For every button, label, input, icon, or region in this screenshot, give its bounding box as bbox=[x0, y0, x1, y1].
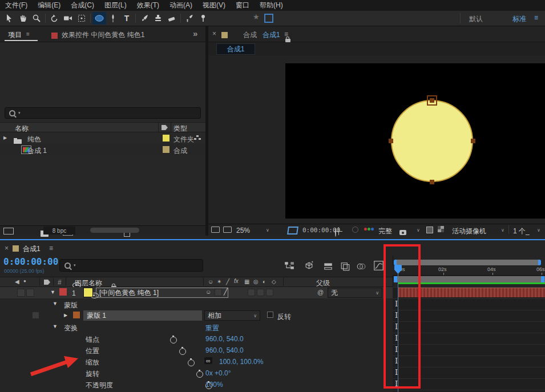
motion-blur-icon[interactable] bbox=[356, 261, 366, 272]
selection-tool[interactable] bbox=[2, 12, 16, 25]
menu-item-window[interactable]: 窗口 bbox=[231, 1, 255, 10]
position-value[interactable]: 960.0, 540.0 bbox=[205, 346, 244, 354]
fast-previews-icon[interactable] bbox=[426, 227, 433, 233]
solo-column-icon[interactable]: ● bbox=[23, 278, 26, 284]
workspace-standard[interactable]: 标准 bbox=[512, 14, 526, 24]
graph-editor-icon[interactable] bbox=[373, 260, 384, 271]
viewer-timecode[interactable]: 0:00:00:00 bbox=[302, 227, 340, 234]
mask-mode-dropdown[interactable]: 相加 ∨ bbox=[204, 310, 260, 321]
parent-dropdown[interactable]: 无 ∨ bbox=[328, 288, 382, 298]
layer-3d-switch[interactable] bbox=[266, 289, 273, 296]
snapshot-icon[interactable] bbox=[399, 230, 406, 235]
layer-shy-switch[interactable]: ☺ bbox=[205, 289, 211, 295]
motion-blur-column-icon[interactable]: ◎ bbox=[253, 278, 259, 285]
layer-motion-blur-switch[interactable] bbox=[257, 289, 264, 296]
rotation-tool[interactable] bbox=[47, 12, 61, 25]
timeline-close-icon[interactable]: × bbox=[5, 244, 9, 252]
transform-group-label[interactable]: 变换 bbox=[64, 324, 78, 333]
label-swatch[interactable] bbox=[163, 146, 169, 153]
project-item-name[interactable]: 纯色 bbox=[27, 135, 41, 144]
stamp-tool[interactable] bbox=[151, 12, 165, 25]
view-layout-caret-icon[interactable]: ∨ bbox=[537, 228, 540, 233]
current-timecode[interactable]: 0:00:00:00 bbox=[3, 256, 58, 267]
cube-3d-column-icon[interactable]: ◇ bbox=[272, 278, 276, 285]
masks-group-label[interactable]: 蒙版 bbox=[64, 301, 78, 310]
camera-view-value[interactable]: 活动摄像机 bbox=[452, 227, 486, 236]
layer-solid-swatch[interactable] bbox=[83, 288, 93, 297]
anchor-point-label[interactable]: 锚点 bbox=[86, 335, 99, 345]
vertex-handle-right[interactable] bbox=[471, 139, 475, 143]
region-of-interest-icon[interactable] bbox=[287, 227, 298, 235]
layer-expand-icon[interactable]: ▼ bbox=[50, 289, 55, 295]
solid-circle-layer[interactable] bbox=[391, 100, 473, 182]
viewer-tab-comp-name[interactable]: 合成1 bbox=[263, 30, 280, 40]
layer-lock-cell[interactable] bbox=[26, 289, 34, 297]
show-snapshot-icon[interactable] bbox=[352, 227, 358, 233]
brush-tool[interactable] bbox=[138, 12, 151, 25]
adjustment-column-icon[interactable]: ◐ bbox=[263, 278, 266, 285]
mask-video-cell[interactable] bbox=[32, 312, 39, 319]
mask1-color-chip[interactable] bbox=[73, 312, 80, 318]
draft-3d-icon[interactable] bbox=[304, 260, 314, 271]
layer-quality-switch[interactable]: ╱ bbox=[224, 288, 228, 296]
label-swatch[interactable] bbox=[163, 135, 169, 142]
resolution-caret-icon[interactable]: ∨ bbox=[417, 228, 420, 233]
work-area-end-handle[interactable] bbox=[541, 276, 544, 282]
project-search-box[interactable]: ▾ bbox=[5, 107, 201, 119]
camera-view-caret-icon[interactable]: ∨ bbox=[501, 228, 504, 233]
magnification-value[interactable]: 25% bbox=[236, 227, 250, 235]
parent-pick-whip-icon[interactable]: @ bbox=[317, 289, 324, 296]
menu-item-layer[interactable]: 图层(L) bbox=[99, 1, 132, 10]
frame-blend-column-icon[interactable]: ▦ bbox=[244, 278, 249, 285]
menu-item-effect[interactable]: 效果(T) bbox=[132, 1, 164, 10]
scale-value[interactable]: 100.0, 100.0% bbox=[219, 358, 263, 366]
more-tabs-icon[interactable]: » bbox=[193, 29, 197, 38]
menu-item-view[interactable]: 视图(V) bbox=[197, 1, 231, 10]
magnification-caret-icon[interactable]: ∨ bbox=[266, 228, 269, 233]
menu-item-help[interactable]: 帮助(H) bbox=[255, 1, 288, 10]
opacity-value[interactable]: 100% bbox=[205, 381, 223, 389]
position-stopwatch-icon[interactable] bbox=[179, 348, 186, 355]
hand-tool[interactable] bbox=[16, 12, 30, 25]
opacity-label[interactable]: 不透明度 bbox=[86, 381, 113, 390]
tab-timeline-comp[interactable]: 合成1 bbox=[23, 244, 41, 254]
pen-tool[interactable] bbox=[106, 12, 120, 25]
tab-project[interactable]: 项目 bbox=[8, 30, 22, 40]
mini-flowchart-icon[interactable] bbox=[284, 261, 294, 271]
viewer-tab-menu-icon[interactable]: ≡ bbox=[284, 30, 288, 38]
mask1-expand-icon[interactable]: ▶ bbox=[64, 313, 67, 318]
quality-column-icon[interactable]: ╱ bbox=[226, 278, 229, 285]
roto-brush-tool[interactable] bbox=[183, 12, 196, 25]
view-layout-value[interactable]: 1 个_ bbox=[513, 227, 530, 236]
rotation-value[interactable]: 0x +0.0° bbox=[205, 369, 231, 377]
transparency-grid-icon[interactable] bbox=[438, 226, 444, 232]
audio-column-speaker-icon[interactable]: ◀ bbox=[15, 278, 19, 285]
mask1-row-highlight[interactable]: 蒙版 1 bbox=[83, 310, 202, 321]
frame-blending-icon[interactable] bbox=[340, 261, 350, 272]
eraser-tool[interactable] bbox=[165, 12, 179, 25]
transform-expand-icon[interactable]: ▼ bbox=[53, 324, 58, 329]
tab-effect-controls[interactable]: 效果控件 中间色黄色 纯色1 bbox=[62, 30, 144, 40]
scale-label[interactable]: 缩放 bbox=[86, 358, 99, 367]
anchor-point-value[interactable]: 960.0, 540.0 bbox=[205, 335, 244, 343]
row-expand-icon[interactable]: ▶ bbox=[3, 135, 7, 140]
always-preview-icon[interactable] bbox=[211, 227, 220, 233]
masks-expand-icon[interactable]: ▼ bbox=[53, 301, 58, 306]
ellipse-tool-active[interactable] bbox=[92, 12, 106, 25]
viewer-close-icon[interactable]: × bbox=[212, 30, 216, 38]
transform-reset-link[interactable]: 重置 bbox=[205, 324, 219, 333]
workspace-default[interactable]: 默认 bbox=[469, 14, 483, 24]
layer-collapse-switch[interactable] bbox=[215, 289, 222, 296]
hide-shy-layers-icon[interactable] bbox=[323, 261, 333, 272]
timeline-search-box[interactable]: ▾ bbox=[59, 259, 203, 272]
text-tool[interactable]: T bbox=[120, 12, 134, 25]
workspace-menu-icon[interactable]: ≡ bbox=[534, 14, 538, 22]
menu-item-file[interactable]: 文件(F) bbox=[0, 1, 33, 10]
menu-item-composition[interactable]: 合成(C) bbox=[66, 1, 99, 10]
resolution-value[interactable]: 完整 bbox=[378, 227, 392, 236]
project-item-name[interactable]: 合成 1 bbox=[27, 146, 47, 156]
layer-solo-cell[interactable] bbox=[17, 289, 25, 297]
channel-icon[interactable] bbox=[364, 228, 374, 231]
menu-item-animation[interactable]: 动画(A) bbox=[164, 1, 197, 10]
vertex-handle-left[interactable] bbox=[389, 139, 393, 143]
